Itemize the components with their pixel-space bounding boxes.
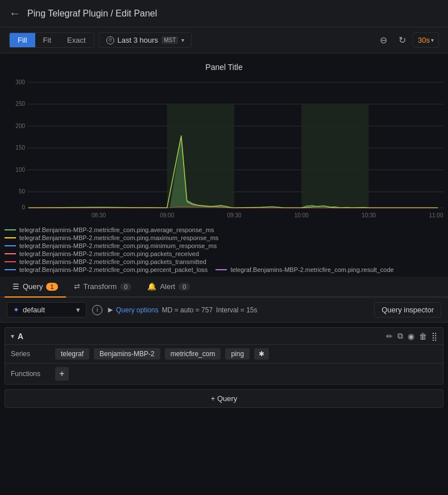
interval-value: 30s	[418, 36, 430, 44]
svg-text:11:00: 11:00	[429, 212, 443, 218]
datasource-icon: ✦	[13, 306, 19, 314]
query-tab-label: Query	[23, 282, 43, 291]
svg-text:10:00: 10:00	[294, 212, 309, 218]
legend-color-1	[5, 237, 16, 238]
svg-rect-21	[301, 104, 368, 208]
svg-text:250: 250	[15, 101, 25, 107]
tag-asterisk[interactable]: ✱	[254, 348, 269, 360]
svg-text:09:30: 09:30	[227, 212, 242, 218]
page-title: Ping Telegraf Plugin / Edit Panel	[27, 9, 157, 19]
chart-inner: 300 250 200 150 100 50 0 08:30 09:00 09:…	[5, 76, 443, 218]
chevron-down-icon: ▾	[76, 306, 80, 314]
series-row: Series telegraf Benjamins-MBP-2 metricfi…	[5, 345, 443, 364]
chart-title: Panel Title	[5, 63, 443, 72]
legend-color-0	[5, 229, 16, 230]
clock-icon: ⏱	[106, 36, 114, 44]
legend-text-0: telegraf.Benjamins-MBP-2.metricfire_com.…	[19, 226, 214, 233]
legend-text-4: telegraf.Benjamins-MBP-2.metricfire_com.…	[19, 258, 206, 265]
tab-alert[interactable]: 🔔 Alert 0	[139, 277, 198, 298]
query-block-a: ▾ A ✏ ⧉ ◉ 🗑 ⣿ Series telegraf Benjamins-…	[5, 327, 443, 385]
alert-tab-icon: 🔔	[147, 282, 156, 291]
delete-icon[interactable]: 🗑	[419, 332, 427, 341]
hide-icon[interactable]: ◉	[408, 332, 414, 341]
functions-row: Functions +	[5, 364, 443, 384]
tab-query[interactable]: ☰ Query 1	[5, 277, 66, 298]
datasource-label: default	[23, 306, 45, 314]
timezone-badge: MST	[161, 36, 178, 44]
legend-color-2	[5, 245, 16, 246]
svg-text:300: 300	[15, 79, 25, 85]
fill-button[interactable]: Fill	[10, 33, 35, 47]
legend-color-5b	[215, 269, 227, 270]
fit-button[interactable]: Fit	[35, 33, 59, 47]
legend-item-2: telegraf.Benjamins-MBP-2.metricfire_com.…	[5, 242, 443, 249]
svg-text:50: 50	[19, 188, 25, 195]
legend-text-2: telegraf.Benjamins-MBP-2.metricfire_com.…	[19, 242, 217, 249]
time-range-button[interactable]: ⏱ Last 3 hours MST ▾	[99, 32, 192, 48]
toolbar: Fill Fit Exact ⏱ Last 3 hours MST ▾ ⊖ ↻ …	[0, 27, 448, 53]
query-options-bar: ✦ default ▾ i ▶ Query options MD = auto …	[0, 298, 448, 323]
drag-icon[interactable]: ⣿	[432, 332, 437, 341]
info-icon[interactable]: i	[92, 305, 102, 315]
query-tab-icon: ☰	[13, 282, 19, 291]
add-function-button[interactable]: +	[55, 367, 69, 381]
legend-item-1: telegraf.Benjamins-MBP-2.metricfire_com.…	[5, 234, 443, 241]
svg-text:08:30: 08:30	[92, 212, 106, 218]
md-value: MD = auto = 757	[162, 306, 213, 314]
transform-tab-icon: ⇄	[74, 282, 80, 291]
collapse-button[interactable]: ▾	[11, 332, 14, 340]
interval-button[interactable]: 30s ▾	[413, 32, 439, 48]
fill-fit-exact-group: Fill Fit Exact	[9, 32, 94, 48]
legend-text-5a: telegraf.Benjamins-MBP-2.metricfire_com.…	[19, 266, 208, 273]
chart-svg: 300 250 200 150 100 50 0 08:30 09:00 09:…	[5, 76, 443, 218]
tab-transform[interactable]: ⇄ Transform 0	[66, 277, 140, 298]
legend-item-5: telegraf.Benjamins-MBP-2.metricfire_com.…	[5, 266, 443, 273]
legend-area: telegraf.Benjamins-MBP-2.metricfire_com.…	[0, 223, 448, 277]
functions-label: Functions	[11, 370, 51, 378]
transform-tab-label: Transform	[84, 282, 117, 291]
time-range-label: Last 3 hours	[118, 36, 159, 44]
exact-button[interactable]: Exact	[59, 33, 94, 47]
query-inspector-button[interactable]: Query inspector	[374, 302, 441, 317]
legend-color-4	[5, 261, 16, 262]
svg-text:100: 100	[15, 167, 25, 173]
svg-text:09:00: 09:00	[160, 212, 174, 218]
top-header: ← Ping Telegraf Plugin / Edit Panel	[0, 0, 448, 27]
svg-text:200: 200	[15, 122, 25, 129]
query-tab-badge: 1	[46, 283, 57, 291]
refresh-button[interactable]: ↻	[394, 32, 410, 48]
alert-tab-label: Alert	[160, 282, 175, 291]
chevron-down-icon: ▾	[181, 37, 184, 43]
zoom-out-button[interactable]: ⊖	[375, 32, 392, 48]
alert-tab-badge: 0	[179, 283, 190, 291]
add-query-button[interactable]: + Query	[5, 389, 443, 408]
query-options-label: Query options	[116, 306, 159, 314]
query-options-expand[interactable]: ▶ Query options MD = auto = 757 Interval…	[108, 306, 257, 314]
tag-telegraf[interactable]: telegraf	[55, 348, 89, 360]
chevron-right-icon: ▶	[108, 306, 113, 314]
series-label: Series	[11, 350, 51, 358]
svg-text:0: 0	[22, 204, 26, 211]
query-block-label: A	[18, 332, 23, 341]
chevron-down-icon: ▾	[431, 37, 434, 43]
legend-text-3: telegraf.Benjamins-MBP-2.metricfire_com.…	[19, 250, 199, 257]
toolbar-right: ⊖ ↻ 30s ▾	[375, 32, 439, 48]
edit-icon[interactable]: ✏	[386, 332, 393, 341]
tag-metricfire[interactable]: metricfire_com	[165, 348, 221, 360]
legend-item-3: telegraf.Benjamins-MBP-2.metricfire_com.…	[5, 250, 443, 257]
legend-text-1: telegraf.Benjamins-MBP-2.metricfire_com.…	[19, 234, 218, 241]
back-button[interactable]: ←	[9, 7, 20, 20]
interval-value: Interval = 15s	[216, 306, 257, 314]
legend-text-5b: telegraf.Benjamins-MBP-2.metricfire_com.…	[230, 266, 393, 273]
tag-benjamins[interactable]: Benjamins-MBP-2	[94, 348, 160, 360]
svg-text:150: 150	[15, 145, 25, 151]
tag-ping[interactable]: ping	[225, 348, 250, 360]
query-block-header: ▾ A ✏ ⧉ ◉ 🗑 ⣿	[5, 328, 443, 345]
copy-icon[interactable]: ⧉	[397, 331, 403, 341]
legend-item-4: telegraf.Benjamins-MBP-2.metricfire_com.…	[5, 258, 443, 265]
datasource-select[interactable]: ✦ default ▾	[7, 302, 86, 317]
legend-color-5a	[5, 269, 16, 270]
query-actions: ✏ ⧉ ◉ 🗑 ⣿	[386, 331, 437, 341]
legend-color-3	[5, 253, 16, 254]
svg-text:10:30: 10:30	[362, 212, 376, 218]
